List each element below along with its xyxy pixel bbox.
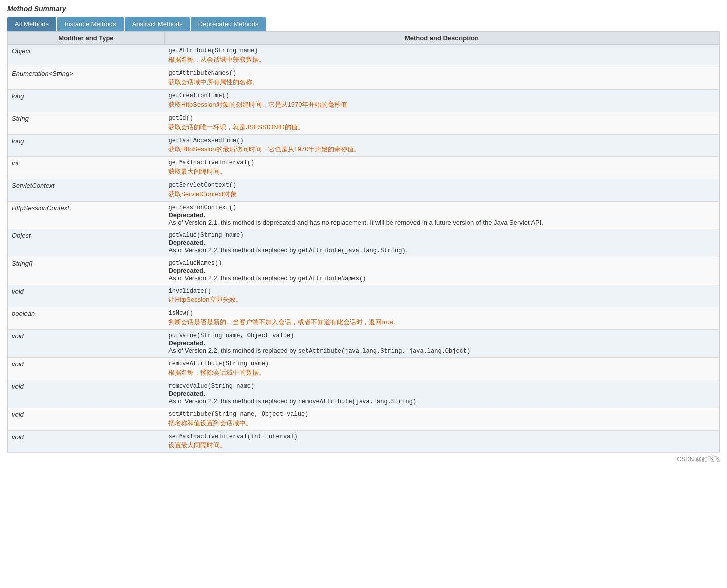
deprecated-label: Deprecated. (168, 211, 715, 219)
method-cell: getAttributeNames()获取会话域中所有属性的名称。 (164, 67, 719, 90)
method-signature: getCreationTime() (168, 92, 715, 99)
modifier-type-cell: long (8, 90, 165, 112)
method-desc-zh: 获取HttpSession对象的创建时间，它是从1970年开始的毫秒值 (168, 100, 715, 109)
method-desc-zh: 把名称和值设置到会话域中。 (168, 419, 715, 428)
method-desc-zh: 让HttpSession立即失效。 (168, 295, 715, 304)
method-signature: getAttribute(String name) (168, 47, 715, 54)
method-desc-zh: 设置最大间隔时间。 (168, 441, 715, 450)
modifier-type-cell: Object (8, 45, 165, 67)
method-cell: setMaxInactiveInterval(int interval)设置最大… (164, 431, 719, 453)
deprecated-label: Deprecated. (168, 390, 715, 397)
tab-instance-methods[interactable]: Instance Methods (57, 17, 124, 31)
deprecated-desc: As of Version 2.2, this method is replac… (168, 347, 715, 355)
method-cell: setAttribute(String name, Object value)把… (164, 408, 719, 431)
modifier-type-cell: long (8, 135, 165, 157)
method-desc-zh: 获取ServletContext对象 (168, 190, 715, 199)
method-signature: getServletContext() (168, 182, 715, 189)
method-signature: getValueNames() (168, 260, 715, 267)
method-signature: invalidate() (168, 288, 715, 294)
method-desc-zh: 根据名称，从会话域中获取数据。 (168, 55, 715, 64)
modifier-type-cell: boolean (8, 307, 165, 330)
method-desc-zh: 根据名称，移除会话域中的数据。 (168, 368, 715, 377)
modifier-type-cell: ServletContext (8, 179, 165, 202)
deprecated-desc: As of Version 2.2, this method is replac… (168, 397, 715, 405)
table-row: voidputValue(String name, Object value)D… (8, 330, 720, 358)
method-signature: getAttributeNames() (168, 70, 715, 77)
modifier-type-cell: void (8, 285, 165, 307)
modifier-type-cell: void (8, 330, 165, 358)
method-cell: invalidate()让HttpSession立即失效。 (164, 285, 719, 307)
method-signature: removeAttribute(String name) (168, 360, 715, 367)
method-description-header: Method and Description (164, 32, 719, 45)
modifier-type-cell: int (8, 157, 165, 179)
method-desc-zh: 获取会话的唯一标识，就是JSESSIONID的值。 (168, 123, 715, 132)
method-cell: removeAttribute(String name)根据名称，移除会话域中的… (164, 358, 719, 380)
method-cell: getMaxInactiveInterval()获取最大间隔时间。 (164, 157, 719, 179)
table-row: StringgetId()获取会话的唯一标识，就是JSESSIONID的值。 (8, 112, 720, 135)
method-signature: getLastAccessedTime() (168, 137, 715, 144)
method-signature: getValue(String name) (168, 232, 715, 239)
method-signature: getMaxInactiveInterval() (168, 159, 715, 166)
watermark: CSDN @酷飞飞 (7, 455, 720, 464)
table-row: String[]getValueNames()Deprecated.As of … (8, 257, 720, 285)
modifier-type-cell: void (8, 408, 165, 431)
method-signature: setAttribute(String name, Object value) (168, 411, 715, 418)
modifier-type-cell: Object (8, 229, 165, 257)
tab-bar: All Methods Instance Methods Abstract Me… (7, 17, 720, 31)
page-title: Method Summary (7, 5, 720, 13)
modifier-type-cell: HttpSessionContext (8, 202, 165, 229)
table-row: longgetCreationTime()获取HttpSession对象的创建时… (8, 90, 720, 112)
method-signature: getId() (168, 115, 715, 122)
table-row: Enumeration<String>getAttributeNames()获取… (8, 67, 720, 90)
modifier-type-cell: String[] (8, 257, 165, 285)
table-row: voidsetAttribute(String name, Object val… (8, 408, 720, 431)
method-cell: getId()获取会话的唯一标识，就是JSESSIONID的值。 (164, 112, 719, 135)
method-desc-zh: 判断会话是否是新的。当客户端不加入会话，或者不知道有此会话时，返回true。 (168, 318, 715, 327)
method-desc-zh: 获取最大间隔时间。 (168, 167, 715, 176)
method-cell: getValueNames()Deprecated.As of Version … (164, 257, 719, 285)
table-row: voidinvalidate()让HttpSession立即失效。 (8, 285, 720, 307)
table-row: ObjectgetAttribute(String name)根据名称，从会话域… (8, 45, 720, 67)
method-signature: setMaxInactiveInterval(int interval) (168, 433, 715, 440)
modifier-type-cell: void (8, 358, 165, 380)
method-desc-zh: 获取会话域中所有属性的名称。 (168, 78, 715, 87)
method-cell: getServletContext()获取ServletContext对象 (164, 179, 719, 202)
table-row: voidremoveAttribute(String name)根据名称，移除会… (8, 358, 720, 380)
deprecated-label: Deprecated. (168, 239, 715, 246)
method-cell: removeValue(String name)Deprecated.As of… (164, 380, 719, 408)
method-cell: getCreationTime()获取HttpSession对象的创建时间，它是… (164, 90, 719, 112)
table-row: voidremoveValue(String name)Deprecated.A… (8, 380, 720, 408)
deprecated-label: Deprecated. (168, 339, 715, 347)
modifier-type-cell: String (8, 112, 165, 135)
deprecated-desc: As of Version 2.2, this method is replac… (168, 274, 715, 282)
method-cell: getAttribute(String name)根据名称，从会话域中获取数据。 (164, 45, 719, 67)
tab-deprecated-methods[interactable]: Deprecated Methods (191, 17, 266, 31)
method-signature: isNew() (168, 310, 715, 317)
deprecated-label: Deprecated. (168, 267, 715, 274)
modifier-type-cell: void (8, 380, 165, 408)
method-desc-zh: 获取HttpSession的最后访问时间，它也是从1970年开始的毫秒值。 (168, 145, 715, 154)
table-row: voidsetMaxInactiveInterval(int interval)… (8, 431, 720, 453)
modifier-type-cell: void (8, 431, 165, 453)
method-cell: getValue(String name)Deprecated.As of Ve… (164, 229, 719, 257)
table-row: intgetMaxInactiveInterval()获取最大间隔时间。 (8, 157, 720, 179)
tab-abstract-methods[interactable]: Abstract Methods (125, 17, 190, 31)
deprecated-desc: As of Version 2.1, this method is deprec… (168, 219, 715, 226)
deprecated-desc: As of Version 2.2, this method is replac… (168, 246, 715, 254)
method-signature: removeValue(String name) (168, 383, 715, 390)
method-signature: getSessionContext() (168, 204, 715, 211)
modifier-type-cell: Enumeration<String> (8, 67, 165, 90)
method-summary-table: Modifier and Type Method and Description… (7, 31, 720, 453)
table-row: booleanisNew()判断会话是否是新的。当客户端不加入会话，或者不知道有… (8, 307, 720, 330)
table-row: ObjectgetValue(String name)Deprecated.As… (8, 229, 720, 257)
tab-all-methods[interactable]: All Methods (7, 17, 56, 31)
table-row: HttpSessionContextgetSessionContext()Dep… (8, 202, 720, 229)
table-row: ServletContextgetServletContext()获取Servl… (8, 179, 720, 202)
method-signature: putValue(String name, Object value) (168, 332, 715, 339)
method-cell: getSessionContext()Deprecated.As of Vers… (164, 202, 719, 229)
table-row: longgetLastAccessedTime()获取HttpSession的最… (8, 135, 720, 157)
method-cell: isNew()判断会话是否是新的。当客户端不加入会话，或者不知道有此会话时，返回… (164, 307, 719, 330)
method-cell: putValue(String name, Object value)Depre… (164, 330, 719, 358)
modifier-type-header: Modifier and Type (8, 32, 165, 45)
method-cell: getLastAccessedTime()获取HttpSession的最后访问时… (164, 135, 719, 157)
